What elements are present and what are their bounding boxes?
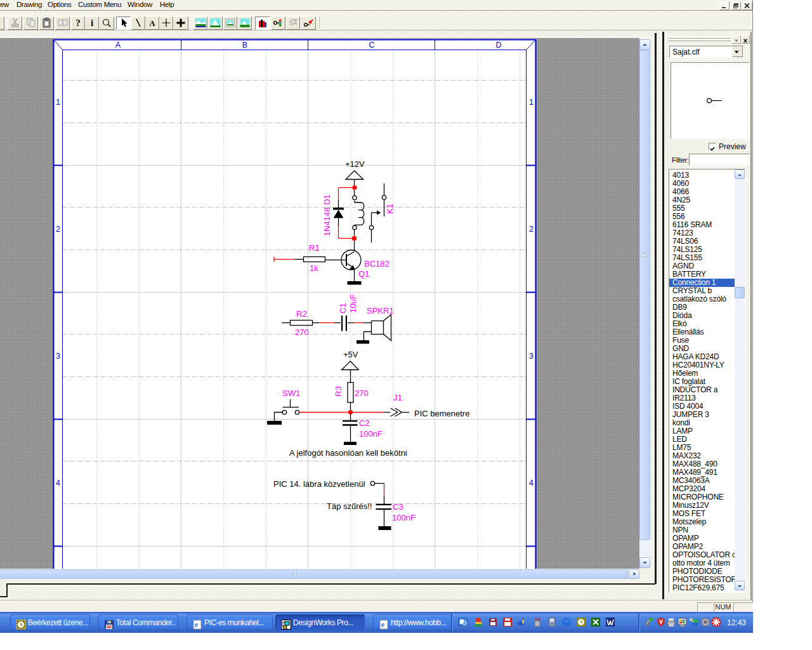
svg-text:270: 270 [355, 388, 369, 398]
svg-text:+5V: +5V [343, 350, 358, 359]
svg-text:PIC 14. lábra közvetlenül: PIC 14. lábra közvetlenül [273, 479, 365, 489]
svg-text:+12V: +12V [345, 159, 365, 169]
svg-text:4: 4 [56, 479, 60, 488]
svg-text:C: C [369, 41, 374, 50]
svg-text:270: 270 [295, 328, 309, 337]
svg-text:Táp szűrés!!: Táp szűrés!! [327, 501, 372, 511]
svg-text:1k: 1k [310, 263, 318, 273]
svg-text:3: 3 [56, 352, 60, 361]
svg-text:BC182: BC182 [364, 259, 390, 269]
svg-text:2: 2 [56, 225, 60, 234]
svg-text:D: D [495, 41, 501, 50]
svg-text:R2: R2 [296, 309, 307, 319]
svg-text:PIC bemenetre: PIC bemenetre [414, 409, 469, 418]
svg-text:C1: C1 [338, 303, 348, 314]
svg-text:B: B [242, 41, 247, 50]
svg-text:R1: R1 [309, 243, 320, 253]
svg-text:SPKR1: SPKR1 [367, 306, 394, 315]
svg-text:2: 2 [529, 225, 534, 234]
svg-text:SW1: SW1 [282, 388, 300, 398]
svg-text:4: 4 [529, 479, 534, 488]
svg-text:A jelfogót hasonlóan kell bekö: A jelfogót hasonlóan kell bekötni [289, 448, 407, 458]
svg-text:3: 3 [529, 352, 534, 361]
svg-text:1: 1 [529, 98, 534, 107]
svg-text:K1: K1 [385, 204, 395, 214]
svg-text:e: e [381, 620, 385, 629]
svg-text:1: 1 [56, 98, 60, 107]
svg-text:10uF: 10uF [348, 294, 358, 313]
svg-text:100nF: 100nF [392, 513, 416, 522]
svg-text:1N4148 D1: 1N4148 D1 [322, 194, 332, 236]
svg-text:100nF: 100nF [359, 429, 383, 439]
svg-text:R3: R3 [334, 386, 343, 397]
svg-text:e: e [195, 620, 199, 629]
svg-text:C3: C3 [393, 502, 403, 512]
svg-text:Q1: Q1 [358, 269, 369, 279]
svg-text:A: A [115, 41, 121, 50]
svg-text:C2: C2 [359, 418, 370, 428]
svg-text:J1: J1 [393, 393, 402, 402]
